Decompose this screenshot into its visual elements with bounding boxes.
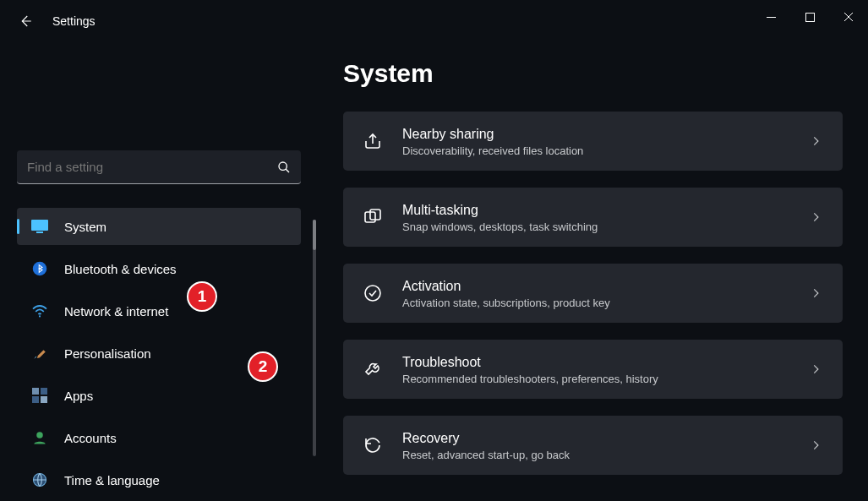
close-icon [843, 12, 854, 22]
svg-rect-6 [32, 388, 39, 395]
sidebar-item-bluetooth[interactable]: Bluetooth & devices [17, 250, 301, 287]
card-title: Multi-tasking [402, 202, 807, 219]
globe-icon [30, 471, 49, 489]
app-title: Settings [52, 14, 96, 28]
card-text: Multi-tasking Snap windows, desktops, ta… [402, 202, 807, 233]
search-input[interactable] [27, 160, 277, 174]
sidebar-item-label: Apps [64, 389, 93, 403]
search-box[interactable] [17, 150, 301, 184]
sidebar-item-label: System [64, 220, 106, 234]
sidebar-item-network[interactable]: Network & internet [17, 292, 301, 329]
card-nearby-sharing[interactable]: Nearby sharing Discoverability, received… [343, 112, 843, 171]
sidebar-item-apps[interactable]: Apps [17, 377, 301, 414]
wrench-icon [362, 358, 384, 380]
recovery-icon [362, 434, 384, 456]
monitor-icon [30, 217, 49, 236]
back-arrow-icon [18, 14, 33, 29]
card-recovery[interactable]: Recovery Reset, advanced start-up, go ba… [343, 416, 843, 475]
svg-rect-7 [41, 388, 47, 395]
multitask-icon [362, 206, 384, 228]
page-title: System [343, 59, 843, 88]
card-subtitle: Snap windows, desktops, task switching [402, 221, 807, 233]
card-title: Nearby sharing [402, 126, 807, 143]
minimize-button[interactable] [751, 0, 790, 34]
svg-point-1 [279, 162, 287, 170]
card-activation[interactable]: Activation Activation state, subscriptio… [343, 264, 843, 323]
sidebar-item-label: Accounts [64, 431, 117, 445]
card-text: Troubleshoot Recommended troubleshooters… [402, 354, 807, 385]
sidebar-item-label: Bluetooth & devices [64, 262, 177, 276]
main-content: System Nearby sharing Discoverability, r… [343, 59, 843, 492]
svg-rect-2 [31, 220, 48, 231]
annotation-badge-2: 2 [248, 351, 278, 382]
svg-point-14 [365, 286, 380, 301]
svg-point-5 [39, 315, 41, 317]
chevron-right-icon [807, 363, 824, 375]
sidebar-item-label: Network & internet [64, 304, 168, 319]
maximize-button[interactable] [790, 0, 829, 34]
sidebar: System Bluetooth & devices Network & int… [17, 150, 301, 501]
sidebar-item-time-language[interactable]: Time & language [17, 461, 301, 498]
svg-point-10 [36, 432, 43, 438]
card-multitasking[interactable]: Multi-tasking Snap windows, desktops, ta… [343, 188, 843, 247]
card-title: Activation [402, 278, 807, 295]
chevron-right-icon [807, 135, 824, 147]
card-title: Recovery [402, 430, 807, 447]
sidebar-item-label: Time & language [64, 473, 160, 487]
chevron-right-icon [807, 439, 824, 451]
card-troubleshoot[interactable]: Troubleshoot Recommended troubleshooters… [343, 340, 843, 399]
search-icon [277, 161, 291, 174]
check-circle-icon [362, 282, 384, 304]
person-icon [30, 428, 49, 447]
card-title: Troubleshoot [402, 354, 807, 371]
card-subtitle: Activation state, subscriptions, product… [402, 297, 807, 309]
share-icon [362, 130, 384, 152]
bluetooth-icon [30, 259, 49, 278]
card-subtitle: Discoverability, received files location [402, 144, 807, 157]
brush-icon [30, 344, 49, 362]
chevron-right-icon [807, 287, 824, 299]
chevron-right-icon [807, 211, 824, 223]
card-text: Activation Activation state, subscriptio… [402, 278, 807, 309]
sidebar-item-system[interactable]: System [17, 208, 301, 245]
close-button[interactable] [829, 0, 868, 34]
sidebar-item-label: Personalisation [64, 346, 151, 361]
window-controls [751, 0, 868, 34]
card-text: Nearby sharing Discoverability, received… [402, 126, 807, 157]
back-button[interactable] [7, 0, 44, 42]
sidebar-item-accounts[interactable]: Accounts [17, 419, 301, 456]
svg-rect-9 [41, 396, 47, 403]
sidebar-scrollbar[interactable] [313, 220, 316, 456]
card-subtitle: Recommended troubleshooters, preferences… [402, 373, 807, 385]
wifi-icon [30, 302, 49, 320]
svg-rect-0 [805, 13, 814, 21]
card-text: Recovery Reset, advanced start-up, go ba… [402, 430, 807, 461]
annotation-badge-1: 1 [187, 281, 217, 312]
card-subtitle: Reset, advanced start-up, go back [402, 449, 807, 461]
apps-icon [30, 386, 49, 405]
titlebar: Settings [0, 0, 868, 42]
minimize-icon [767, 13, 776, 22]
svg-rect-8 [32, 396, 39, 403]
svg-rect-3 [36, 231, 43, 233]
maximize-icon [805, 13, 815, 22]
